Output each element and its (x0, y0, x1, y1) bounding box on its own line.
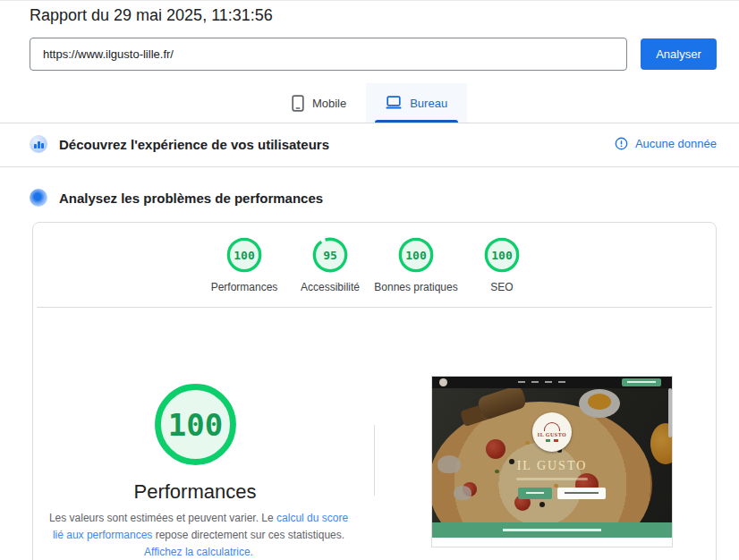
site-logo-badge: IL GUSTO (532, 412, 572, 452)
smartphone-icon (292, 95, 304, 112)
site-hero-title: IL GUSTO (489, 459, 615, 473)
italian-flag-icon (546, 439, 558, 442)
no-data-status[interactable]: Aucune donnée (615, 137, 717, 150)
oven-dome-icon (544, 422, 560, 431)
analyze-button[interactable]: Analyser (641, 38, 717, 70)
crux-section-title: Découvrez l'expérience de vos utilisateu… (59, 137, 329, 152)
device-tabs: Mobile Bureau (0, 83, 739, 123)
report-card: 100 Performances 95 Accessibilité (32, 222, 717, 560)
score-gauge: 95 (312, 237, 348, 273)
site-phone-button (557, 488, 606, 499)
site-screenshot-thumbnail[interactable]: IL GUSTO IL GUSTO (431, 376, 673, 547)
score-bonnes-pratiques[interactable]: 100 Bonnes pratiques (373, 237, 459, 293)
site-nav-cta-button (622, 378, 661, 386)
score-gauge: 100 (226, 237, 262, 273)
site-nav-links (518, 381, 565, 383)
lab-section-title: Analysez les problèmes de performances (59, 191, 323, 206)
performance-score-value: 100 (153, 382, 238, 467)
divider (0, 166, 739, 167)
divider (37, 307, 712, 308)
pagespeed-report: Rapport du 29 mai 2025, 11:31:56 Analyse… (0, 0, 739, 560)
site-menu-button (518, 488, 552, 499)
site-promo-banner (432, 522, 672, 538)
score-gauge: 100 (484, 237, 520, 273)
tab-mobile[interactable]: Mobile (272, 83, 366, 123)
performance-heading: Performances (61, 480, 329, 504)
site-logo-text: IL GUSTO (538, 432, 566, 437)
site-nav-logo (439, 378, 447, 386)
tab-bureau-label: Bureau (410, 97, 447, 110)
performance-fine-print: Les valeurs sont estimées et peuvent var… (48, 510, 349, 560)
lab-section-header: Analysez les problèmes de performances (30, 189, 323, 207)
dark-overlay (432, 377, 672, 538)
info-icon (615, 137, 628, 150)
fine-print-text: Les valeurs sont estimées et peuvent var… (49, 512, 276, 524)
category-scores: 100 Performances 95 Accessibilité (201, 237, 545, 293)
users-chart-icon (30, 135, 47, 153)
thumbnail-scrollbar (668, 388, 672, 437)
desktop-icon (386, 96, 402, 110)
tab-bureau[interactable]: Bureau (366, 83, 467, 123)
score-label: Performances (211, 281, 278, 293)
calculator-link[interactable]: Affichez la calculatrice. (144, 546, 253, 558)
page-title: Rapport du 29 mai 2025, 11:31:56 (30, 6, 273, 25)
score-label: Bonnes pratiques (374, 281, 457, 293)
site-hero-scene: IL GUSTO IL GUSTO (432, 377, 672, 538)
fine-print-text: repose directement sur ces statistiques. (152, 529, 344, 541)
crux-section-header: Découvrez l'expérience de vos utilisateu… (30, 135, 329, 153)
score-gauge: 100 (398, 237, 434, 273)
score-seo[interactable]: 100 SEO (459, 237, 545, 293)
site-navbar (432, 377, 672, 388)
score-accessibilite[interactable]: 95 Accessibilité (287, 237, 373, 293)
url-input[interactable] (30, 38, 627, 71)
score-performances[interactable]: 100 Performances (201, 237, 287, 293)
speedometer-icon (30, 189, 47, 207)
tab-mobile-label: Mobile (312, 97, 346, 110)
score-label: Accessibilité (301, 281, 360, 293)
no-data-label: Aucune donnée (635, 137, 717, 150)
site-hero-subtitle (516, 478, 588, 480)
score-label: SEO (490, 281, 513, 293)
divider (374, 425, 375, 496)
performance-main-gauge: 100 (153, 382, 238, 467)
divider (0, 123, 739, 123)
